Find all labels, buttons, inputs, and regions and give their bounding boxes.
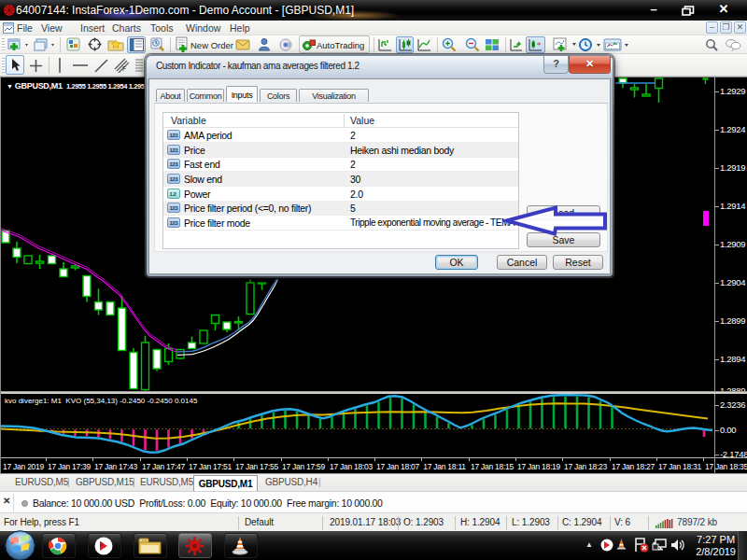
svg-text:F: F — [122, 65, 126, 72]
